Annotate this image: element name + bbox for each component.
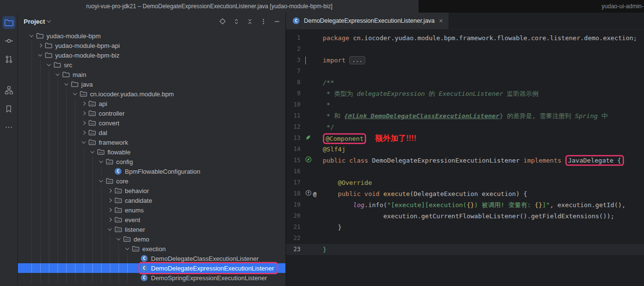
line-number[interactable]: 14 xyxy=(286,144,303,155)
tree-item[interactable]: yudao-module-bpm-api xyxy=(18,41,285,50)
line-number[interactable]: 22 xyxy=(286,233,303,244)
tree-item-content[interactable]: core xyxy=(105,176,128,186)
package-icon[interactable] xyxy=(114,216,122,223)
code-line[interactable]: 13@Component额外加了!!!! xyxy=(286,133,644,144)
module-folder-icon[interactable] xyxy=(44,42,53,49)
chevron-right-icon[interactable] xyxy=(80,102,88,105)
tree-item-content[interactable]: enums xyxy=(114,205,144,215)
tree-item-content[interactable]: main xyxy=(61,70,86,79)
tree-item-content[interactable]: CDemoSpringExpressionExecutionListener xyxy=(140,273,267,283)
code-line[interactable]: 15public class DemoDelegateExpressionExe… xyxy=(286,155,644,166)
tree-item[interactable]: framework xyxy=(18,137,285,147)
chevron-down-icon[interactable] xyxy=(89,151,96,153)
code-line[interactable]: 16 xyxy=(286,166,644,177)
tree-item-content[interactable]: candidate xyxy=(114,196,152,205)
package-icon[interactable] xyxy=(88,139,96,146)
package-icon[interactable] xyxy=(114,207,122,213)
structure-icon[interactable] xyxy=(2,84,15,97)
tree-item[interactable]: main xyxy=(18,70,285,79)
code-line[interactable]: 12 */ xyxy=(286,121,644,133)
tree-item[interactable]: cn.iocoder.yudao.module.bpm xyxy=(18,89,285,99)
line-number[interactable]: 2 xyxy=(286,44,303,55)
class-icon[interactable]: C xyxy=(114,168,122,175)
tree-item-content[interactable]: java xyxy=(70,79,93,89)
close-icon[interactable]: × xyxy=(439,17,443,25)
code-line[interactable]: 19 log.info("[execute][execution({}) 被调用… xyxy=(286,199,644,211)
line-number[interactable]: 8 xyxy=(286,77,303,88)
tree-item[interactable]: CDemoDelegateExpressionExecutionListener xyxy=(18,263,285,273)
tree-item-content[interactable]: CBpmFlowableConfiguration xyxy=(114,166,200,176)
tree-item[interactable]: demo xyxy=(18,234,285,244)
code-line[interactable]: 9 * 类型为 delegateExpression 的 ExecutionLi… xyxy=(286,88,644,99)
line-number[interactable]: 16 xyxy=(286,166,303,177)
tree-item[interactable]: candidate xyxy=(18,196,285,205)
tree-item[interactable]: java xyxy=(18,79,285,89)
module-folder-icon[interactable] xyxy=(44,52,53,59)
code-line[interactable]: 20 execution.getCurrentFlowableListener(… xyxy=(286,211,644,222)
tree-item[interactable]: CBpmFlowableConfiguration xyxy=(18,166,285,176)
code-line[interactable]: 3import ... xyxy=(286,55,644,66)
package-icon[interactable] xyxy=(96,149,105,155)
chevron-right-icon[interactable] xyxy=(80,112,88,115)
package-icon[interactable] xyxy=(88,110,96,117)
chevron-down-icon[interactable] xyxy=(62,83,70,86)
chevron-right-icon[interactable] xyxy=(106,209,114,211)
class-icon[interactable]: C xyxy=(140,274,149,281)
options-kebab-icon[interactable] xyxy=(259,17,267,25)
tree-item-content[interactable]: controller xyxy=(88,108,124,118)
tree-item-content[interactable]: yudao-module-bpm xyxy=(35,31,101,41)
chevron-right-icon[interactable] xyxy=(106,218,114,221)
code-line[interactable]: 22 xyxy=(286,233,644,244)
line-number[interactable]: 20 xyxy=(286,211,303,222)
line-number[interactable]: 9 xyxy=(286,88,303,99)
chevron-down-icon[interactable] xyxy=(97,180,105,182)
tree-item-content[interactable]: listener xyxy=(114,225,145,234)
tree-item[interactable]: config xyxy=(18,157,285,166)
line-number[interactable]: 15 xyxy=(286,155,303,166)
chevron-down-icon[interactable] xyxy=(115,238,122,241)
folder-icon[interactable] xyxy=(53,61,61,68)
editor-gutter[interactable]: @ xyxy=(303,188,323,200)
code-line[interactable]: 21 } xyxy=(286,222,644,233)
tree-item[interactable]: CDemoDelegateClassExecutionListener xyxy=(18,254,285,263)
code-line[interactable]: 18@ public void execute(DelegateExecutio… xyxy=(286,188,644,199)
tree-item-content[interactable]: api xyxy=(88,99,107,108)
chevron-right-icon[interactable] xyxy=(36,44,44,47)
tree-item[interactable]: yudao-module-bpm-biz xyxy=(18,50,285,60)
tree-item-content[interactable]: config xyxy=(105,157,133,166)
line-number[interactable]: 11 xyxy=(286,110,303,121)
editor-gutter[interactable] xyxy=(303,55,323,66)
tree-item[interactable]: enums xyxy=(18,205,285,215)
line-number[interactable]: 19 xyxy=(286,199,303,211)
secondary-window-title[interactable]: yudao-ui-admin- xyxy=(419,0,644,13)
folder-icon[interactable] xyxy=(70,81,79,88)
override-icon[interactable] xyxy=(305,188,312,199)
project-panel-title[interactable]: Project xyxy=(24,18,45,25)
editor-tab[interactable]: C DemoDelegateExpressionExecutionListene… xyxy=(286,13,449,29)
tree-item[interactable]: api xyxy=(18,99,285,108)
class-icon[interactable]: C xyxy=(140,265,149,271)
code-line[interactable]: 1package cn.iocoder.yudao.module.bpm.fra… xyxy=(286,32,644,44)
tree-item-content[interactable]: yudao-module-bpm-biz xyxy=(44,50,120,60)
line-number[interactable]: 21 xyxy=(286,222,303,233)
tree-item[interactable]: behavior xyxy=(18,186,285,196)
package-icon[interactable] xyxy=(122,236,131,242)
line-number[interactable]: 7 xyxy=(286,66,303,77)
code-line[interactable]: 17 @Override xyxy=(286,177,644,188)
line-number[interactable]: 23 xyxy=(286,244,303,255)
class-icon[interactable]: C xyxy=(140,255,149,262)
chevron-right-icon[interactable] xyxy=(80,131,88,134)
editor-gutter[interactable] xyxy=(303,133,323,144)
tree-item-content[interactable]: src xyxy=(53,60,72,70)
code-line[interactable]: 10 * xyxy=(286,99,644,110)
tree-item-content[interactable]: CDemoDelegateExpressionExecutionListener xyxy=(140,263,277,273)
chevron-down-icon[interactable] xyxy=(106,228,114,231)
expand-all-icon[interactable] xyxy=(232,17,240,25)
editor-gutter[interactable] xyxy=(303,155,323,166)
package-icon[interactable] xyxy=(88,120,96,126)
chevron-down-icon[interactable] xyxy=(45,20,53,23)
line-number[interactable]: 12 xyxy=(286,121,303,133)
chevron-down-icon[interactable] xyxy=(45,63,53,66)
package-icon[interactable] xyxy=(105,158,114,165)
chevron-down-icon[interactable] xyxy=(97,160,105,163)
